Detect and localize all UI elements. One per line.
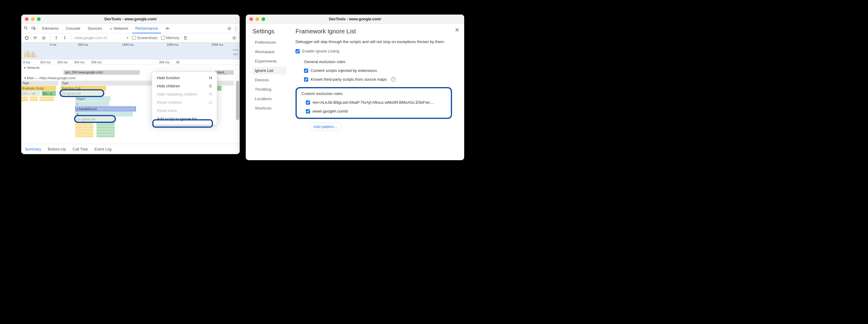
svg-rect-1 <box>32 27 34 29</box>
time-ruler: 9 ms324 ms 329 ms334 ms 339 ms 359 ms36 <box>21 60 240 65</box>
tick-label: 2494 ms <box>195 43 240 46</box>
ctx-hide-function[interactable]: Hide functionH <box>152 74 217 82</box>
window-title: DevTools - www.google.com/ <box>246 17 464 21</box>
download-icon[interactable]: ↧ <box>62 35 67 40</box>
tab-overflow-icon[interactable]: ≫ <box>162 24 173 33</box>
upload-icon[interactable]: ↥ <box>54 35 59 40</box>
custom-rules-highlight: Custom exclusion rules: /ee=ALeJib:B8gLw… <box>296 87 452 119</box>
device-toggle-icon[interactable] <box>30 26 36 31</box>
general-rules-label: General exclusion rules: <box>304 60 452 64</box>
flame-block[interactable]: c <box>75 101 109 106</box>
flame-block[interactable]: On i…list <box>21 91 41 96</box>
custom-rule-checkbox[interactable]: www\.google\.com\b <box>306 109 446 114</box>
enable-ignore-listing-checkbox[interactable]: Enable Ignore Listing <box>296 49 452 54</box>
kebab-icon[interactable]: ⋮ <box>233 26 238 31</box>
devtools-settings-window: DevTools - www.google.com/ Settings Pref… <box>246 14 464 160</box>
help-icon[interactable]: ? <box>391 77 396 82</box>
tab-console[interactable]: Console <box>63 24 84 33</box>
titlebar: DevTools - www.google.com/ <box>21 14 240 24</box>
context-menu: Hide functionH Hide childrenC Hide repea… <box>152 72 217 125</box>
clear-icon[interactable]: ⊘ <box>41 35 46 40</box>
tab-performance[interactable]: Performance <box>132 24 161 33</box>
custom-rule-checkbox[interactable]: /ee=ALeJib:B8gLwd;AfeaP:TkrAjf;Afksuc:wM… <box>306 100 446 105</box>
tab-bottomup[interactable]: Bottom-Up <box>48 147 66 151</box>
details-tabs: Summary Bottom-Up Call Tree Event Log <box>21 144 240 154</box>
titlebar: DevTools - www.google.com/ <box>246 14 464 24</box>
timeline-overview[interactable]: 4 ms 994 ms 1494 ms 1994 ms 2494 ms CPU … <box>21 42 240 60</box>
network-track-header[interactable]: ▸ Network <box>21 65 240 70</box>
settings-panel: ✕ Framework Ignore List Debugger will sk… <box>291 24 464 160</box>
panel-tabs: Elements Console Sources Network Perform… <box>21 24 240 33</box>
performance-toolbar: ⟳ ⊘ ↥ ↧ ▾ Screenshots Memory <box>21 33 240 42</box>
tick-label: 4 ms <box>45 43 61 46</box>
sidebar-item-ignore-list[interactable]: Ignore List <box>252 67 286 74</box>
tab-sources[interactable]: Sources <box>85 24 105 33</box>
network-bar[interactable]: gen_204 (www.google.com) <box>64 70 140 75</box>
tab-calltree[interactable]: Call Tree <box>72 147 88 151</box>
inspect-icon[interactable] <box>23 26 29 31</box>
network-bar[interactable]: client_ <box>215 70 234 75</box>
flame-block-ignorelist[interactable]: On ignore list <box>75 117 115 122</box>
chevron-down-icon: ▾ <box>24 76 26 80</box>
chevron-right-icon: ▸ <box>24 66 26 69</box>
ctx-reset-children: Reset childrenU <box>152 98 217 106</box>
flame-block[interactable]: trigger <box>75 96 111 101</box>
window-title: DevTools - www.google.com/ <box>21 17 240 21</box>
ctx-hide-repeating-children: Hide repeating childrenR <box>152 90 217 98</box>
flame-block[interactable] <box>96 122 115 137</box>
chevron-down-icon[interactable]: ▾ <box>127 36 128 39</box>
custom-rules-label: Custom exclusion rules: <box>302 91 446 96</box>
svg-rect-2 <box>34 28 35 30</box>
gear-icon[interactable] <box>227 26 232 31</box>
gear-icon[interactable] <box>232 35 237 40</box>
recording-title-input[interactable] <box>74 36 123 40</box>
panel-description: Debugger will skip through the scripts a… <box>296 39 452 44</box>
ctx-hide-children[interactable]: Hide childrenC <box>152 82 217 90</box>
tick-label: 994 ms <box>61 43 105 46</box>
flame-block-selected[interactable]: z.handleEvent <box>75 106 136 111</box>
settings-sidebar: Settings Preferences Workspace Experimen… <box>246 24 291 160</box>
sidebar-item-experiments[interactable]: Experiments <box>252 57 286 65</box>
tab-network[interactable]: Network <box>106 24 131 33</box>
flame-block[interactable]: Evaluate Script <box>21 86 56 91</box>
sidebar-item-devices[interactable]: Devices <box>252 76 286 84</box>
tab-elements[interactable]: Elements <box>39 24 62 33</box>
sidebar-item-shortcuts[interactable]: Shortcuts <box>252 104 286 112</box>
flame-block[interactable] <box>39 96 54 101</box>
screenshots-checkbox[interactable]: Screenshots <box>132 36 157 40</box>
third-party-scripts-checkbox[interactable]: Known third-party scripts from source ma… <box>304 77 452 82</box>
flame-block[interactable]: Function Call <box>61 86 106 91</box>
devtools-performance-window: DevTools - www.google.com/ Elements Cons… <box>21 14 240 154</box>
tick-label: 1994 ms <box>150 43 195 46</box>
add-pattern-button[interactable]: Add pattern... <box>309 123 342 131</box>
ctx-reset-trace: Reset trace <box>152 106 217 115</box>
flame-block[interactable]: A <box>75 111 133 117</box>
sidebar-item-locations[interactable]: Locations <box>252 95 286 102</box>
svg-point-4 <box>234 37 235 38</box>
svg-rect-0 <box>24 27 26 29</box>
sidebar-item-throttling[interactable]: Throttling <box>252 86 286 93</box>
sidebar-item-preferences[interactable]: Preferences <box>252 38 286 46</box>
tab-eventlog[interactable]: Event Log <box>94 147 111 151</box>
ctx-add-to-ignore-list[interactable]: Add script to ignore list <box>152 115 217 123</box>
flame-block[interactable] <box>30 96 38 101</box>
settings-heading: Settings <box>252 28 286 35</box>
tab-summary[interactable]: Summary <box>25 147 41 151</box>
memory-checkbox[interactable]: Memory <box>161 36 179 40</box>
sidebar-item-workspace[interactable]: Workspace <box>252 48 286 56</box>
flame-block-ignorelist[interactable]: On ignore list <box>61 91 103 96</box>
flame-block[interactable] <box>21 96 28 101</box>
reload-icon[interactable]: ⟳ <box>33 35 38 40</box>
close-icon[interactable]: ✕ <box>455 27 459 33</box>
record-icon[interactable] <box>24 35 29 40</box>
flame-block[interactable]: Task <box>21 81 58 86</box>
panel-title: Framework Ignore List <box>296 28 452 35</box>
flame-block[interactable] <box>75 122 93 137</box>
svg-point-3 <box>229 28 230 29</box>
tick-label: 1494 ms <box>105 43 151 46</box>
flame-block[interactable]: Ru…s <box>42 91 56 96</box>
content-scripts-checkbox[interactable]: Content scripts injected by extensions <box>304 68 452 73</box>
trash-icon[interactable] <box>183 35 188 40</box>
